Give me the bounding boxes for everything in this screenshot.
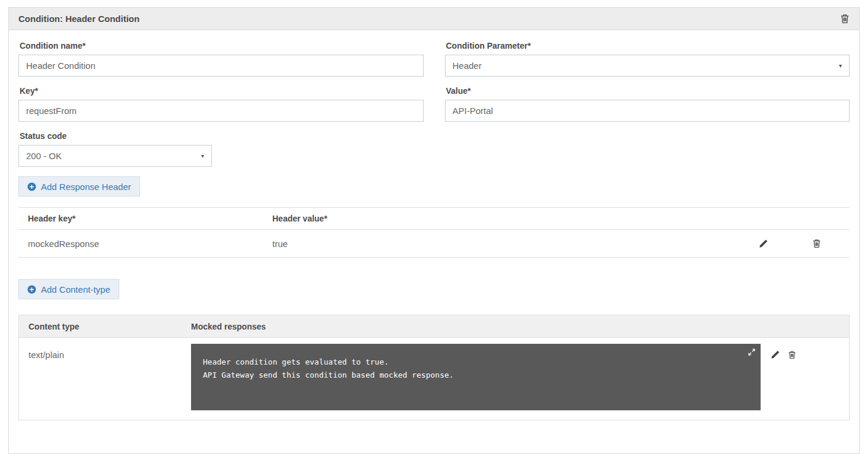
key-field: Key* [18,86,424,122]
status-code-selected-value: 200 - OK [26,151,62,161]
response-header-table: Header key* Header value* mockedResponse… [18,207,850,258]
condition-parameter-label: Condition Parameter* [446,41,849,50]
key-input[interactable] [18,100,424,122]
condition-name-label: Condition name* [20,41,422,50]
mocked-response-editor[interactable]: Header condition gets evaluated to true.… [191,344,761,410]
header-value-cell: true [272,239,759,249]
condition-name-field: Condition name* [18,41,424,77]
content-type-table: Content type Mocked responses text/plain… [18,315,850,420]
content-type-table-head: Content type Mocked responses [19,315,849,338]
response-header-table-head: Header key* Header value* [18,207,850,230]
add-content-type-button[interactable]: Add Content-type [18,279,119,299]
edit-response-header-button[interactable] [759,239,768,248]
header-key-column: Header key* [28,214,272,223]
status-code-label: Status code [20,131,848,141]
panel-header: Condition: Header Condition [9,8,859,30]
page: Condition: Header Condition Condition na… [0,0,868,459]
condition-parameter-select[interactable]: Header ▾ [445,55,850,77]
caret-down-icon: ▾ [839,63,842,69]
mocked-response-text: Header condition gets evaluated to true.… [203,357,454,379]
trash-icon [788,350,796,359]
add-response-header-label: Add Response Header [41,182,131,192]
plus-circle-icon [27,285,36,294]
header-value-column: Header value* [272,214,840,223]
condition-parameter-field: Condition Parameter* Header ▾ [445,41,850,77]
header-key-cell: mockedResponse [28,239,272,249]
mocked-response-cell: Header condition gets evaluated to true.… [191,344,761,410]
condition-panel: Condition: Header Condition Condition na… [8,7,860,454]
plus-circle-icon [27,182,36,191]
caret-down-icon: ▾ [201,153,204,159]
condition-parameter-selected-value: Header [453,61,482,71]
delete-response-header-button[interactable] [812,239,821,248]
delete-content-type-button[interactable] [788,350,796,359]
condition-name-input[interactable] [18,55,424,77]
status-code-select[interactable]: 200 - OK ▾ [18,145,212,167]
mocked-responses-column: Mocked responses [191,322,840,331]
response-header-row: mockedResponse true [18,230,850,258]
trash-icon [812,239,821,248]
response-header-row-actions [759,239,821,248]
expand-icon[interactable] [748,348,756,356]
panel-title: Condition: Header Condition [18,14,139,24]
content-type-cell: text/plain [28,344,191,360]
form-row-1: Condition name* Condition Parameter* Hea… [18,41,850,77]
key-label: Key* [20,86,422,96]
trash-icon [840,14,850,24]
add-response-header-button[interactable]: Add Response Header [18,176,140,197]
content-type-column: Content type [28,322,191,331]
status-code-field: Status code 200 - OK ▾ [18,131,850,167]
panel-body: Condition name* Condition Parameter* Hea… [9,30,859,420]
pencil-icon [759,239,768,248]
content-type-row-actions [771,344,796,359]
value-input[interactable] [445,100,850,122]
add-content-type-label: Add Content-type [41,284,110,295]
edit-content-type-button[interactable] [771,350,780,359]
form-row-2: Key* Value* [18,86,850,122]
value-field: Value* [445,86,850,122]
value-label: Value* [446,86,849,96]
content-type-row: text/plain Header condition gets evaluat… [19,338,849,420]
delete-condition-button[interactable] [840,14,850,24]
pencil-icon [771,350,780,359]
